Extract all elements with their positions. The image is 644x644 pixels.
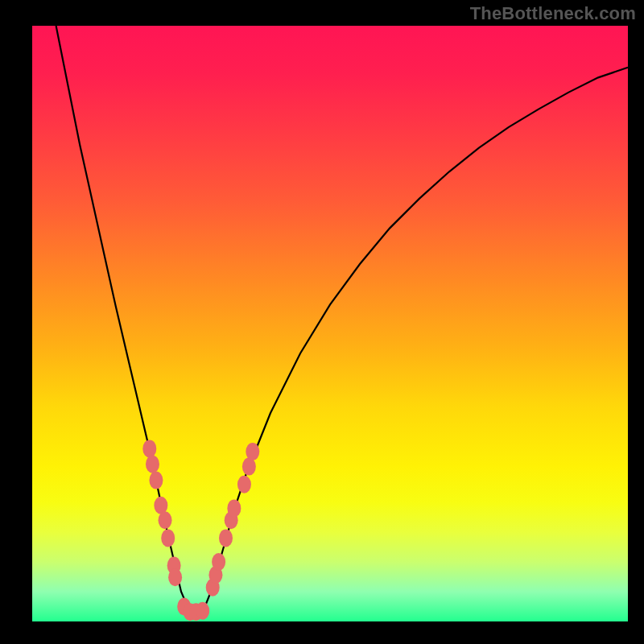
series-marker (227, 499, 241, 517)
plot-area (32, 26, 628, 621)
chart-container: TheBottleneck.com (0, 0, 644, 644)
plot-svg (32, 26, 628, 621)
series-marker (219, 529, 233, 547)
series-marker (149, 472, 163, 489)
series-marker (168, 568, 182, 586)
series-marker (246, 443, 259, 460)
bottleneck-curve (56, 26, 628, 613)
marker-group (142, 440, 259, 621)
series-marker (212, 553, 225, 571)
series-marker (196, 602, 209, 620)
series-marker (159, 511, 172, 529)
series-marker (161, 529, 175, 547)
series-marker (142, 440, 156, 457)
curve-group (56, 26, 628, 613)
series-marker (146, 456, 159, 473)
series-marker (237, 476, 251, 493)
attribution-text: TheBottleneck.com (470, 3, 636, 24)
